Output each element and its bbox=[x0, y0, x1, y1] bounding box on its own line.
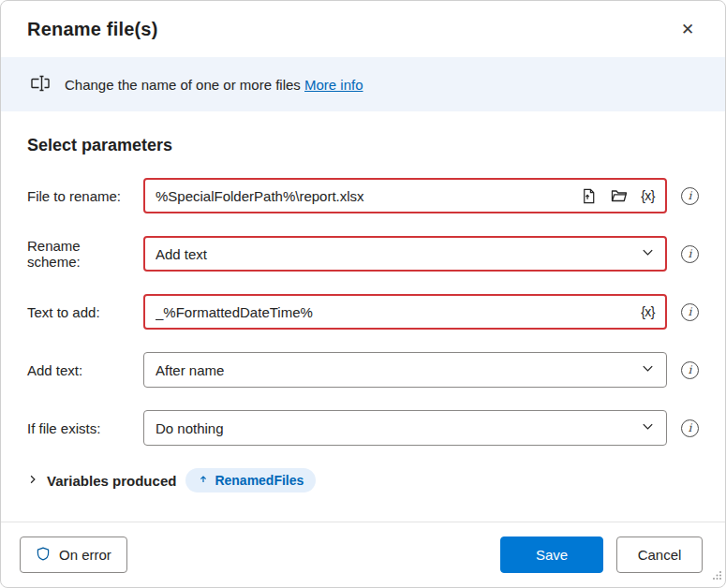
rename-scheme-dropdown[interactable]: Add text bbox=[143, 236, 667, 272]
info-cell: i bbox=[681, 187, 699, 205]
dropdown-indicator bbox=[641, 361, 655, 378]
dropdown-indicator bbox=[641, 245, 655, 262]
rename-scheme-value: Add text bbox=[156, 246, 633, 262]
file-to-rename-input[interactable]: %SpecialFolderPath%\report.xlsx bbox=[143, 178, 667, 213]
info-icon[interactable]: i bbox=[681, 419, 699, 437]
chevron-down-icon bbox=[641, 245, 655, 262]
param-row-rename-scheme: Rename scheme: Add text i bbox=[27, 236, 699, 272]
text-to-add-input[interactable]: _%FormattedDateTime% {x} bbox=[143, 294, 667, 330]
variables-produced-label: Variables produced bbox=[47, 473, 176, 489]
variable-name: RenamedFiles bbox=[215, 473, 304, 488]
more-info-link[interactable]: More info bbox=[304, 77, 363, 93]
info-icon[interactable]: i bbox=[681, 361, 699, 379]
rename-scheme-label: Rename scheme: bbox=[27, 238, 143, 270]
variables-produced-toggle[interactable]: Variables produced bbox=[27, 473, 176, 489]
info-cell: i bbox=[681, 361, 699, 379]
file-to-rename-label: File to rename: bbox=[27, 188, 143, 204]
info-banner: Change the name of one or more files Mor… bbox=[1, 57, 725, 111]
resize-grip[interactable] bbox=[712, 567, 722, 584]
save-button[interactable]: Save bbox=[500, 537, 603, 573]
input-actions: {x} bbox=[641, 304, 655, 319]
on-error-label: On error bbox=[59, 547, 111, 563]
variables-produced-row: Variables produced RenamedFiles bbox=[27, 468, 699, 492]
parameters-section: Select parameters File to rename: %Speci… bbox=[1, 111, 725, 522]
select-folder-icon[interactable] bbox=[610, 186, 629, 205]
shield-icon bbox=[36, 546, 51, 565]
banner-text: Change the name of one or more files Mor… bbox=[65, 77, 363, 93]
footer: On error Save Cancel bbox=[1, 522, 725, 587]
select-file-icon[interactable] bbox=[580, 187, 598, 205]
cancel-button[interactable]: Cancel bbox=[616, 537, 703, 573]
banner-description: Change the name of one or more files bbox=[65, 77, 301, 93]
chevron-right-icon bbox=[27, 474, 38, 488]
input-actions: {x} bbox=[580, 186, 655, 205]
close-icon[interactable]: ✕ bbox=[673, 14, 703, 44]
on-error-button[interactable]: On error bbox=[20, 537, 127, 573]
info-icon[interactable]: i bbox=[681, 303, 699, 321]
text-to-add-value: _%FormattedDateTime% bbox=[156, 304, 633, 320]
file-to-rename-value: %SpecialFolderPath%\report.xlsx bbox=[156, 188, 572, 204]
variable-picker-icon[interactable]: {x} bbox=[641, 304, 655, 319]
chevron-down-icon bbox=[641, 419, 655, 436]
variable-picker-icon[interactable]: {x} bbox=[641, 188, 655, 203]
section-title: Select parameters bbox=[27, 136, 699, 155]
rename-icon bbox=[29, 72, 52, 97]
chevron-down-icon bbox=[641, 361, 655, 378]
add-text-value: After name bbox=[156, 362, 633, 378]
info-cell: i bbox=[681, 245, 699, 263]
dropdown-indicator bbox=[641, 419, 655, 436]
param-row-if-file-exists: If file exists: Do nothing i bbox=[27, 410, 699, 446]
title-bar: Rename file(s) ✕ bbox=[1, 1, 725, 57]
info-cell: i bbox=[681, 419, 699, 437]
if-file-exists-value: Do nothing bbox=[156, 420, 633, 436]
add-text-label: Add text: bbox=[27, 362, 143, 378]
variable-pill[interactable]: RenamedFiles bbox=[185, 468, 316, 492]
param-row-text-to-add: Text to add: _%FormattedDateTime% {x} i bbox=[27, 294, 699, 330]
info-icon[interactable]: i bbox=[681, 187, 699, 205]
if-file-exists-label: If file exists: bbox=[27, 420, 143, 436]
info-cell: i bbox=[681, 303, 699, 321]
param-row-file-to-rename: File to rename: %SpecialFolderPath%\repo… bbox=[27, 178, 699, 213]
param-row-add-text: Add text: After name i bbox=[27, 352, 699, 388]
if-file-exists-dropdown[interactable]: Do nothing bbox=[143, 410, 667, 446]
info-icon[interactable]: i bbox=[681, 245, 699, 263]
variable-icon bbox=[198, 473, 209, 488]
text-to-add-label: Text to add: bbox=[27, 304, 143, 320]
add-text-dropdown[interactable]: After name bbox=[143, 352, 667, 388]
dialog-title: Rename file(s) bbox=[27, 19, 158, 40]
rename-files-dialog: Rename file(s) ✕ Change the name of one … bbox=[0, 0, 726, 588]
